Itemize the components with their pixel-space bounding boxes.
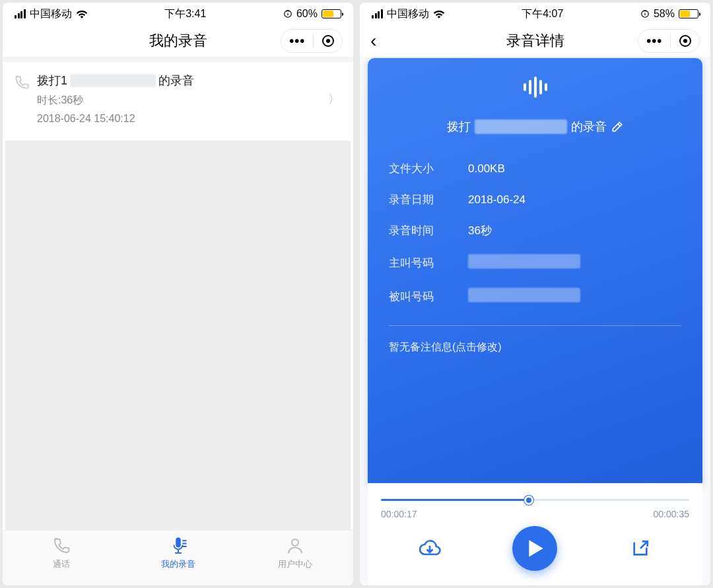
status-bar: 中国移动 下午3:41 60% <box>3 3 353 25</box>
tab-recordings-label: 我的录音 <box>161 558 195 570</box>
info-row-caller: 主叫号码 <box>389 246 681 280</box>
recording-title: 拨打1 的录音 <box>37 73 340 88</box>
progress-slider[interactable] <box>381 494 689 505</box>
svg-point-6 <box>292 539 298 546</box>
do-not-disturb-icon <box>283 9 292 18</box>
back-button[interactable]: ‹ <box>370 32 376 50</box>
title-bar: 我的录音 ••• <box>3 25 353 57</box>
tab-user[interactable]: 用户中心 <box>255 536 335 570</box>
do-not-disturb-icon <box>640 9 650 18</box>
carrier-label: 中国移动 <box>30 7 72 21</box>
redacted-callee <box>468 288 580 302</box>
wechat-capsule[interactable]: ••• <box>638 29 700 53</box>
capsule-divider <box>313 34 314 48</box>
file-size-value: 0.00KB <box>468 162 681 176</box>
phone-left-my-recordings: 中国移动 下午3:41 60% 我的录音 ••• 拨打 <box>3 3 353 585</box>
svg-rect-3 <box>182 540 186 541</box>
signal-icon <box>15 9 26 18</box>
svg-rect-1 <box>178 550 179 552</box>
carrier-label: 中国移动 <box>387 7 429 21</box>
svg-rect-2 <box>175 552 182 554</box>
info-row-date: 录音日期 2018-06-24 <box>389 184 681 215</box>
total-time: 00:00:35 <box>654 509 690 519</box>
record-time-value: 36秒 <box>468 223 681 238</box>
status-time: 下午4:07 <box>445 7 640 21</box>
info-row-time: 录音时间 36秒 <box>389 215 681 246</box>
capsule-menu-icon[interactable]: ••• <box>289 34 305 49</box>
elapsed-time: 00:00:17 <box>381 509 417 519</box>
waveform-icon <box>389 74 681 100</box>
wechat-capsule[interactable]: ••• <box>281 29 343 53</box>
tab-call[interactable]: 通话 <box>22 536 101 570</box>
user-tab-icon <box>285 536 305 556</box>
phone-right-recording-detail: 中国移动 下午4:07 58% ‹ 录音详情 ••• 拨打 的录音 <box>360 3 710 585</box>
recording-title-row: 拨打 的录音 <box>389 119 681 135</box>
battery-icon <box>322 9 341 18</box>
info-row-callee: 被叫号码 <box>389 280 681 313</box>
tab-call-label: 通话 <box>53 558 70 570</box>
capsule-close-icon[interactable] <box>322 35 334 47</box>
capsule-menu-icon[interactable]: ••• <box>646 34 662 49</box>
share-button[interactable] <box>625 533 656 564</box>
capsule-close-icon[interactable] <box>679 35 691 47</box>
download-button[interactable] <box>415 533 445 564</box>
tab-user-label: 用户中心 <box>278 558 312 570</box>
battery-icon <box>679 9 698 18</box>
svg-rect-4 <box>182 543 186 544</box>
play-button[interactable] <box>512 526 557 571</box>
record-date-value: 2018-06-24 <box>468 193 681 207</box>
battery-percent: 58% <box>654 8 675 20</box>
svg-rect-5 <box>182 546 186 547</box>
phone-tab-icon <box>51 536 71 556</box>
wifi-icon <box>76 9 88 18</box>
capsule-divider <box>670 34 671 48</box>
bottom-tab-bar: 通话 我的录音 用户中心 <box>3 530 353 585</box>
section-divider <box>3 57 353 62</box>
status-time: 下午3:41 <box>88 7 283 21</box>
empty-area <box>5 141 351 530</box>
battery-percent: 60% <box>296 8 318 20</box>
wifi-icon <box>433 9 445 18</box>
divider <box>389 325 681 326</box>
audio-player: 00:00:17 00:00:35 <box>368 484 702 585</box>
redacted-number <box>475 119 567 134</box>
signal-icon <box>372 9 383 18</box>
tab-recordings[interactable]: 我的录音 <box>139 536 218 570</box>
mic-tab-icon <box>168 536 188 556</box>
info-row-size: 文件大小 0.00KB <box>389 153 681 184</box>
redacted-number <box>70 74 156 87</box>
recording-list-item[interactable]: 拨打1 的录音 时长:36秒 2018-06-24 15:40:12 〉 <box>3 62 353 135</box>
recording-detail-card: 拨打 的录音 文件大小 0.00KB 录音日期 2018-06-24 录音时间 … <box>368 58 702 484</box>
title-bar: ‹ 录音详情 ••• <box>360 25 710 57</box>
status-bar: 中国移动 下午4:07 58% <box>360 3 710 25</box>
phone-icon <box>13 74 30 91</box>
recording-duration: 时长:36秒 <box>37 94 340 108</box>
recording-timestamp: 2018-06-24 15:40:12 <box>37 113 340 125</box>
chevron-right-icon: 〉 <box>328 91 340 107</box>
edit-icon[interactable] <box>611 120 624 133</box>
note-placeholder[interactable]: 暂无备注信息(点击修改) <box>389 341 681 354</box>
redacted-caller <box>468 254 580 269</box>
